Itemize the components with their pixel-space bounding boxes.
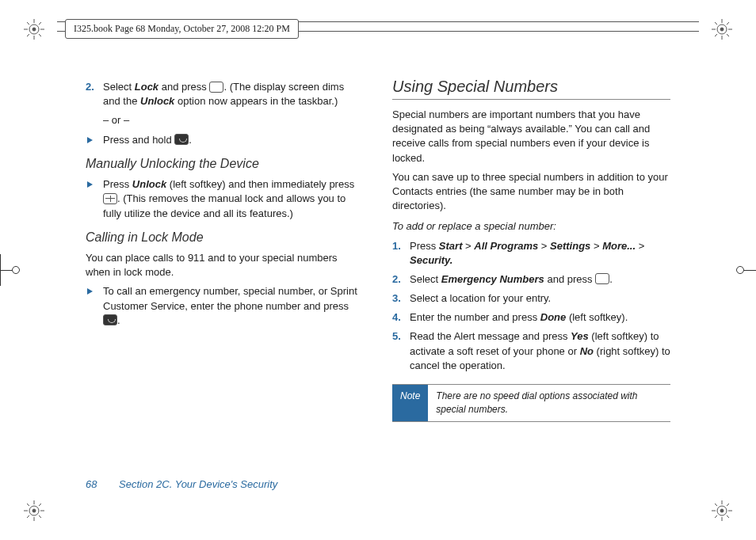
or-text: – or –	[103, 113, 364, 127]
special-p2: You can save up to three special numbers…	[392, 170, 670, 214]
section-title: Section 2C. Your Device's Security	[119, 478, 277, 490]
note-text: There are no speed dial options associat…	[428, 385, 670, 421]
term-no: No	[580, 345, 594, 357]
heading-special-numbers: Using Special Numbers	[392, 75, 670, 100]
step-5: 5. Read the Alert message and press Yes …	[407, 329, 670, 373]
press-hold-bullet: Press and hold .	[100, 133, 364, 147]
term-yes: Yes	[571, 330, 589, 342]
note-label: Note	[392, 385, 428, 421]
text: and press	[158, 81, 209, 93]
header-filename: I325.book Page 68 Monday, October 27, 20…	[65, 19, 299, 39]
term-emergency-numbers: Emergency Numbers	[441, 273, 544, 285]
step-3: 3. Select a location for your entry.	[407, 291, 670, 306]
svg-point-1	[32, 28, 36, 31]
note-box: Note There are no speed dial options ass…	[392, 384, 670, 422]
term-start: Start	[439, 240, 463, 252]
ok-key-icon	[595, 273, 609, 284]
text: . (This removes the manual lock and allo…	[103, 192, 346, 219]
text: and press	[544, 273, 595, 285]
text: Press and hold	[103, 134, 174, 146]
term-security: Security.	[410, 254, 452, 266]
step-1: 1. Press Start > All Programs > Settings…	[407, 239, 670, 268]
nav-key-icon	[103, 193, 117, 204]
content-area: 2. Select Lock and press . (The display …	[86, 75, 670, 473]
footer: 68 Section 2C. Your Device's Security	[86, 478, 277, 490]
text: .	[609, 273, 613, 285]
special-p1: Special numbers are important numbers th…	[392, 108, 670, 165]
step-2: 2. Select Lock and press . (The display …	[100, 80, 364, 128]
text: .	[189, 134, 192, 146]
lock-mode-bullet: To call an emergency number, special num…	[100, 284, 364, 328]
text: Select	[410, 273, 441, 285]
term-settings: Settings	[550, 240, 590, 252]
corner-ornament-icon	[710, 499, 734, 523]
end-key-icon	[174, 134, 189, 145]
cut-mark-icon	[0, 254, 16, 286]
text: .	[117, 314, 120, 326]
page-number: 68	[86, 478, 97, 490]
text: (left softkey).	[566, 311, 628, 323]
gt: >	[538, 240, 550, 252]
text: Select a location for your entry.	[410, 292, 551, 304]
cut-mark-icon	[740, 254, 756, 286]
step-number: 2.	[86, 80, 94, 94]
text: To call an emergency number, special num…	[103, 285, 357, 311]
to-add-instr: To add or replace a special number:	[392, 219, 670, 234]
step-number: 2.	[392, 272, 401, 287]
call-key-icon	[103, 314, 117, 325]
left-column: 2. Select Lock and press . (The display …	[86, 75, 364, 473]
text: Enter the number and press	[410, 311, 540, 323]
term-unlock: Unlock	[140, 95, 174, 107]
svg-point-5	[32, 509, 36, 512]
step-number: 3.	[392, 291, 401, 306]
step-4: 4. Enter the number and press Done (left…	[407, 310, 670, 325]
svg-point-7	[720, 509, 724, 512]
corner-ornament-icon	[710, 17, 734, 41]
gt: >	[636, 240, 644, 252]
heading-lock-mode: Calling in Lock Mode	[86, 229, 364, 246]
gt: >	[462, 240, 474, 252]
ok-key-icon	[209, 82, 223, 93]
text: Press	[410, 240, 439, 252]
step-number: 5.	[392, 329, 401, 344]
step-2: 2. Select Emergency Numbers and press .	[407, 272, 670, 287]
text: Press	[103, 178, 132, 190]
text: Read the Alert message and press	[410, 330, 571, 342]
unlock-bullet: Press Unlock (left softkey) and then imm…	[100, 177, 364, 221]
text: option now appears in the taskbar.)	[174, 95, 338, 107]
step-number: 1.	[392, 239, 401, 253]
corner-ornament-icon	[22, 17, 46, 41]
gt: >	[590, 240, 602, 252]
svg-point-3	[720, 28, 724, 31]
lock-mode-para: You can place calls to 911 and to your s…	[86, 251, 364, 280]
term-unlock: Unlock	[132, 178, 166, 190]
text: Select	[103, 81, 135, 93]
term-lock: Lock	[135, 81, 158, 93]
text: (left softkey) and then immediately pres…	[166, 178, 354, 190]
right-column: Using Special Numbers Special numbers ar…	[392, 75, 670, 473]
page: I325.book Page 68 Monday, October 27, 20…	[0, 0, 756, 540]
term-more: More...	[602, 240, 636, 252]
step-number: 4.	[392, 310, 401, 325]
term-done: Done	[540, 311, 567, 323]
heading-manual-unlock: Manually Unlocking the Device	[86, 155, 364, 173]
corner-ornament-icon	[22, 499, 46, 523]
term-all-programs: All Programs	[474, 240, 538, 252]
